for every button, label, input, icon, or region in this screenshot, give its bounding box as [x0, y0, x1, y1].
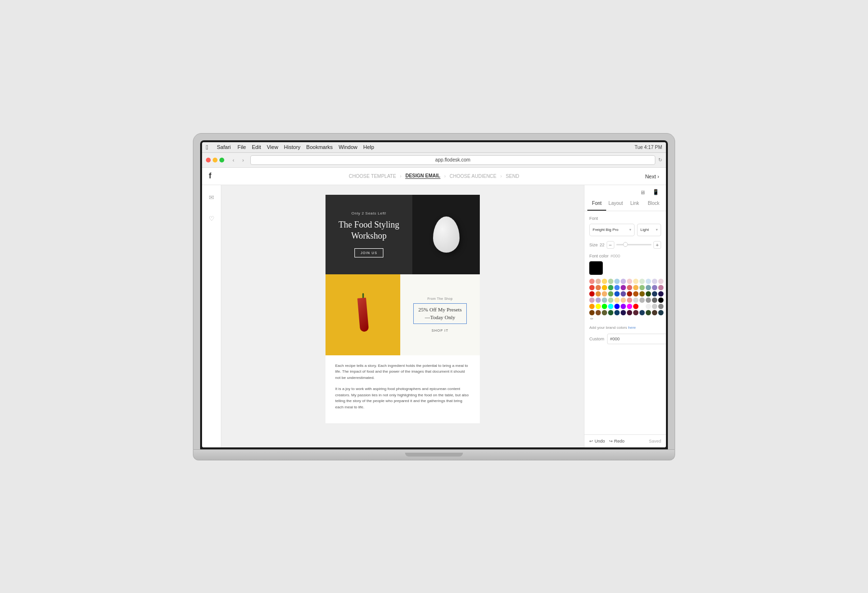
color-swatch[interactable] — [633, 291, 638, 296]
color-swatch[interactable] — [639, 304, 645, 309]
size-minus-button[interactable]: − — [607, 241, 614, 249]
breadcrumb-send[interactable]: SEND — [506, 174, 519, 179]
mobile-view-btn[interactable]: 📱 — [651, 188, 661, 197]
refresh-icon[interactable]: ↻ — [658, 157, 662, 162]
color-swatch[interactable] — [652, 285, 657, 290]
color-swatch[interactable] — [627, 310, 632, 315]
color-swatch[interactable] — [639, 310, 645, 315]
color-swatch[interactable] — [596, 297, 601, 303]
canvas-area[interactable]: Only 2 Seats Left! The Food Styling Work… — [221, 185, 584, 447]
color-swatch[interactable] — [589, 285, 595, 290]
color-swatch[interactable] — [621, 291, 626, 296]
color-swatch[interactable] — [596, 291, 601, 296]
color-swatch[interactable] — [621, 304, 626, 309]
color-swatch[interactable] — [633, 279, 638, 284]
color-swatch[interactable] — [614, 310, 620, 315]
tab-block[interactable]: Block — [644, 197, 663, 211]
color-swatch[interactable] — [602, 304, 607, 309]
color-swatch[interactable] — [621, 285, 626, 290]
font-weight-select[interactable]: Light ▾ — [637, 224, 661, 236]
color-swatch[interactable] — [602, 310, 607, 315]
minimize-button[interactable] — [213, 158, 217, 162]
address-bar[interactable]: app.flodesk.com — [250, 155, 655, 165]
color-swatch[interactable] — [608, 297, 613, 303]
tab-font[interactable]: Font — [587, 197, 606, 211]
color-swatch[interactable] — [652, 279, 657, 284]
undo-button[interactable]: ↩ Undo — [589, 439, 605, 444]
color-swatch[interactable] — [639, 285, 645, 290]
color-swatch[interactable] — [639, 297, 645, 303]
shop-it-button[interactable]: SHOP IT — [432, 329, 448, 332]
color-swatch[interactable] — [608, 291, 613, 296]
color-swatch[interactable] — [596, 279, 601, 284]
menu-window[interactable]: Window — [339, 144, 357, 150]
color-swatch[interactable] — [646, 297, 651, 303]
color-swatch[interactable] — [614, 297, 620, 303]
join-us-button[interactable]: JOIN US — [354, 248, 384, 257]
color-swatch[interactable] — [589, 310, 595, 315]
email-text-block[interactable]: Each recipe tells a story. Each ingredie… — [326, 355, 480, 424]
color-swatch[interactable] — [646, 285, 651, 290]
close-button[interactable] — [206, 158, 211, 162]
menu-view[interactable]: View — [267, 144, 278, 150]
color-swatch[interactable] — [614, 279, 620, 284]
menu-bookmarks[interactable]: Bookmarks — [306, 144, 333, 150]
color-swatch[interactable] — [639, 291, 645, 296]
send-icon[interactable]: ✉ — [205, 191, 218, 204]
color-swatch[interactable] — [627, 279, 632, 284]
color-swatch[interactable] — [596, 304, 601, 309]
color-swatch[interactable] — [589, 291, 595, 296]
tab-link[interactable]: Link — [625, 197, 644, 211]
brand-colors-link[interactable]: here — [628, 325, 636, 330]
color-swatch[interactable] — [627, 285, 632, 290]
color-swatch[interactable] — [639, 279, 645, 284]
color-swatch[interactable] — [608, 279, 613, 284]
font-family-select[interactable]: Freight Big Pro ▾ — [589, 224, 635, 236]
main-color-swatch[interactable] — [589, 261, 603, 275]
color-swatch[interactable] — [652, 304, 657, 309]
color-swatch[interactable] — [658, 297, 664, 303]
color-swatch[interactable] — [658, 310, 664, 315]
color-swatch[interactable] — [589, 279, 595, 284]
color-swatch[interactable] — [646, 304, 651, 309]
menu-help[interactable]: Help — [363, 144, 374, 150]
color-swatch[interactable] — [608, 310, 613, 315]
menu-file[interactable]: File — [238, 144, 246, 150]
breadcrumb-choose-template[interactable]: CHOOSE TEMPLATE — [349, 174, 396, 179]
color-swatch[interactable] — [596, 310, 601, 315]
color-swatch[interactable] — [627, 291, 632, 296]
color-swatch[interactable] — [602, 285, 607, 290]
size-slider[interactable] — [616, 244, 651, 245]
color-swatch[interactable] — [646, 310, 651, 315]
breadcrumb-choose-audience[interactable]: CHOOSE AUDIENCE — [449, 174, 496, 179]
back-button[interactable]: ‹ — [229, 156, 238, 164]
color-swatch[interactable] — [621, 279, 626, 284]
next-button[interactable]: Next › — [645, 174, 659, 179]
color-swatch[interactable] — [633, 310, 638, 315]
menu-edit[interactable]: Edit — [252, 144, 261, 150]
color-swatch[interactable] — [652, 297, 657, 303]
custom-color-input[interactable] — [607, 334, 666, 344]
color-swatch[interactable] — [633, 285, 638, 290]
color-swatch[interactable] — [602, 291, 607, 296]
color-swatch[interactable] — [621, 310, 626, 315]
color-swatch[interactable] — [614, 291, 620, 296]
size-plus-button[interactable]: + — [653, 241, 661, 249]
color-swatch[interactable] — [646, 291, 651, 296]
color-swatch[interactable] — [633, 297, 638, 303]
color-swatch[interactable] — [589, 297, 595, 303]
color-swatch[interactable] — [658, 304, 664, 309]
menu-history[interactable]: History — [284, 144, 300, 150]
email-promo-block[interactable]: From The Shop 25% Off My Presets —Today … — [326, 274, 480, 355]
size-slider-thumb[interactable] — [623, 242, 628, 247]
desktop-view-btn[interactable]: 🖥 — [637, 188, 648, 197]
color-swatch[interactable] — [658, 279, 664, 284]
color-swatch[interactable] — [621, 297, 626, 303]
heart-icon[interactable]: ♡ — [205, 212, 218, 226]
color-swatch[interactable] — [614, 304, 620, 309]
forward-button[interactable]: › — [239, 156, 247, 164]
color-swatch[interactable] — [646, 279, 651, 284]
promo-text-box[interactable]: 25% Off My Presets —Today Only — [413, 303, 467, 324]
maximize-button[interactable] — [219, 158, 224, 162]
color-swatch[interactable] — [608, 304, 613, 309]
